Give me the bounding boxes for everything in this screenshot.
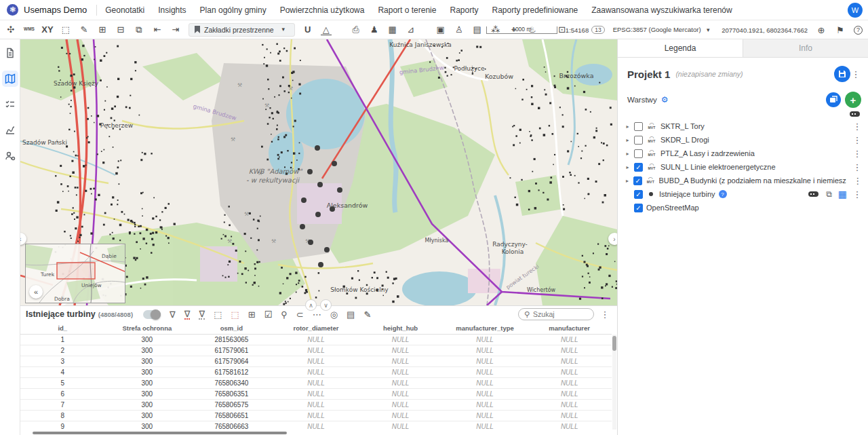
apps-grid-icon[interactable]: ▦ [387,24,398,35]
layer-menu-icon[interactable]: ⋮ [852,189,863,200]
layer-name[interactable]: Istniejące turbiny [659,190,715,198]
select-rectangle-icon[interactable]: ⬚ [214,310,222,319]
sidebar-item-documents[interactable] [2,45,18,61]
column-header[interactable]: id_ [20,322,105,334]
more-icon[interactable]: ⋯ [313,310,321,319]
report-issue-icon[interactable]: ⚑ [835,24,846,35]
zoom-to-icon[interactable]: ⚲ [281,310,288,319]
add-column-icon[interactable]: ⊞ [248,310,256,319]
sidebar-item-users[interactable] [2,148,18,164]
table-row[interactable]: 5300765806340NULLNULLNULLNULL [20,377,612,388]
form-icon[interactable]: ▤ [347,310,355,319]
table-toggle[interactable] [143,310,161,319]
magnet-snap-icon[interactable]: U [302,24,313,35]
table-row[interactable]: 8300765806651NULLNULLNULLNULL [20,410,612,421]
layer-name[interactable]: PTLZ_A Lasy i zadrzewienia [660,149,755,157]
layer-name[interactable]: BUBD_A Budynki (z podziałem na mieszkaln… [659,176,846,185]
overview-minimap[interactable]: DąbieTurekUniejówDobra « [25,244,125,303]
layer-menu-icon[interactable]: ⋮ [852,121,863,132]
right-panel-collapse-button[interactable]: › [608,233,617,245]
project-menu-icon[interactable]: ⋮ [850,69,861,79]
map-canvas[interactable]: ⚒⚒⚒⚒⚒⚒⚒⚒⚒ Kuźnica Janiszewskagmina Brudz… [20,39,617,305]
column-header[interactable]: height_hub [358,322,443,334]
next-view-icon[interactable]: ⇥ [170,24,181,35]
spatial-bookmarks-button[interactable]: Zakładki przestrzenne ▾ [189,23,295,37]
select-tool-icon[interactable]: ✣ [5,24,16,35]
attribute-grid[interactable]: id_Strefa ochronnaosm_idrotor_diameterhe… [20,322,612,432]
search-input[interactable] [533,310,587,318]
layer-checkbox[interactable]: ✓ [634,190,643,199]
clear-filter-icon[interactable]: ∇ [199,309,205,320]
filter-icon[interactable]: ∇ [170,310,176,319]
horizontal-scrollbar[interactable] [20,432,617,435]
zoom-out-box-icon[interactable]: ⊟ [115,24,126,35]
zoom-to-layer-icon[interactable]: ⧉ [826,189,832,199]
previous-view-icon[interactable]: ⇤ [152,24,163,35]
edit-icon[interactable]: ✎ [363,310,371,319]
add-group-button[interactable] [826,92,841,107]
layer-name[interactable]: SULN_L Linie elektroenergetyczne [660,163,776,171]
filter-applied-icon[interactable]: ∇ [184,309,191,320]
crosshair-icon[interactable]: ⊕ [816,24,827,35]
xy-tool-icon[interactable]: XY [42,24,53,35]
column-header[interactable]: rotor_diameter [274,322,359,334]
crs-selector[interactable]: EPSG:3857 (Google Mercator) ▾ [613,24,714,35]
expand-layer-icon[interactable]: ▸ [625,137,631,143]
clear-selection-icon[interactable]: ⬚ [231,310,239,319]
image-search-icon[interactable]: ▣ [435,24,446,35]
vertical-scrollbar[interactable] [612,335,616,430]
tab-legenda[interactable]: Legenda [618,39,743,57]
nav-item[interactable]: Raport o terenie [378,5,436,15]
table-search[interactable]: ⚲ [518,308,594,320]
sidebar-item-checklist[interactable] [2,96,18,113]
nav-item[interactable]: Plan ogólny gminy [200,5,267,15]
layer-name[interactable]: OpenStreetMap [646,204,699,212]
layer-menu-icon[interactable]: ⋮ [852,162,863,172]
column-header[interactable]: manufacturer [527,322,612,334]
layer-name[interactable]: SKDR_L Drogi [660,136,709,144]
table-row[interactable]: 4300617581612NULLNULLNULLNULL [20,366,612,377]
layer-checkbox[interactable] [634,136,643,145]
measure-icon[interactable]: △ [321,24,332,35]
area-select-icon[interactable]: ⬚ [60,24,71,35]
db-icon[interactable] [850,111,860,117]
nav-item[interactable]: Raporty predefiniowane [492,5,578,15]
full-extent-icon[interactable]: ⧉ [134,24,144,35]
draw-icon[interactable]: ✎ [79,24,90,35]
table-row[interactable]: 2300617579061NULLNULLNULLNULL [20,345,612,356]
help-icon[interactable]: ? [854,26,863,35]
table-row[interactable]: 7300765806575NULLNULLNULLNULL [20,399,612,410]
form-edit-icon[interactable]: ▤ [472,24,483,35]
layer-checkbox[interactable]: ✓ [633,176,642,185]
column-header[interactable]: Strefa ochronna [105,322,190,334]
nav-item[interactable]: Zaawansowana wyszukiwarka terenów [591,5,732,15]
minimap-collapse-button[interactable]: « [29,285,43,299]
show-selected-icon[interactable]: ☑ [264,310,273,319]
db-icon[interactable] [808,191,818,197]
expand-layer-icon[interactable]: ▸ [625,164,631,170]
add-layer-button[interactable]: + [845,92,861,108]
user-avatar[interactable]: W [848,3,863,18]
sidebar-item-map[interactable] [2,71,18,87]
sidebar-item-insights[interactable] [2,122,18,138]
surveyor-icon[interactable]: ♙ [454,24,465,35]
table-row[interactable]: 9300765806663NULLNULLNULLNULL [20,421,612,432]
locate-icon[interactable]: ◎ [330,310,338,319]
table-row[interactable]: 1300281563065NULLNULLNULLNULL [20,334,612,345]
layer-checkbox[interactable] [634,122,643,131]
layer-help-icon[interactable]: ? [719,190,727,198]
tab-info[interactable]: Info [743,39,868,57]
layer-menu-icon[interactable]: ⋮ [852,135,863,145]
wms-tool-icon[interactable]: WMS [24,24,35,35]
nav-item[interactable]: Raporty [450,5,478,15]
layer-checkbox[interactable]: ✓ [634,163,643,172]
open-table-icon[interactable]: ▦ [838,189,847,200]
zoom-in-box-icon[interactable]: ⊞ [97,24,108,35]
layers-settings-icon[interactable]: ⚙ [661,95,669,105]
street-view-icon[interactable]: ♟ [369,24,380,35]
collapse-panel-button[interactable]: ∨ [320,299,332,311]
expand-layer-icon[interactable]: ▸ [625,151,631,157]
nav-item[interactable]: Insights [158,5,186,15]
layer-name[interactable]: SKTR_L Tory [660,122,705,130]
layer-checkbox[interactable]: ✓ [634,204,643,212]
